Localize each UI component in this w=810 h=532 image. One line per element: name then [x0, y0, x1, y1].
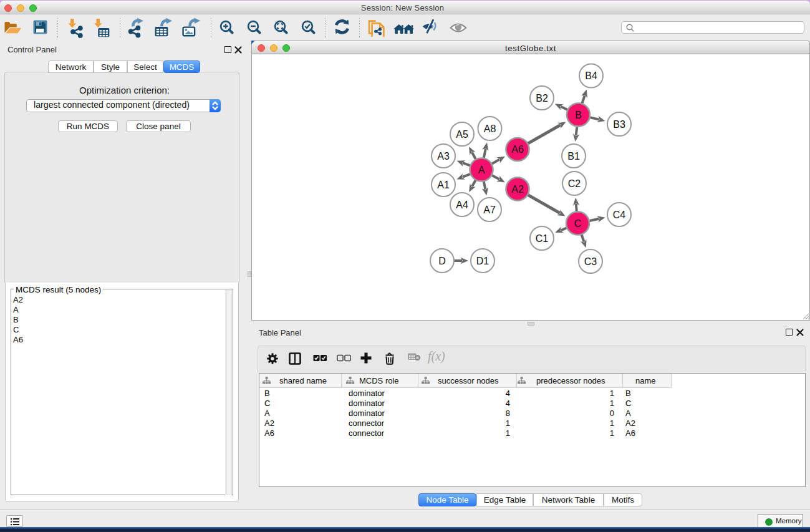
- svg-text:B3: B3: [613, 119, 625, 130]
- svg-text:A6: A6: [511, 144, 524, 155]
- svg-text:B4: B4: [585, 70, 597, 81]
- svg-text:A1: A1: [437, 180, 450, 190]
- svg-text:C4: C4: [613, 210, 626, 220]
- svg-text:D: D: [438, 256, 446, 266]
- svg-text:B: B: [575, 110, 582, 120]
- svg-text:A8: A8: [484, 123, 496, 134]
- svg-text:D1: D1: [476, 256, 489, 266]
- svg-text:A3: A3: [437, 151, 450, 162]
- svg-text:A5: A5: [456, 129, 468, 140]
- svg-text:B2: B2: [536, 93, 548, 104]
- svg-text:C3: C3: [584, 256, 597, 267]
- svg-text:A2: A2: [511, 184, 524, 195]
- svg-text:C1: C1: [536, 233, 549, 244]
- svg-text:C: C: [574, 218, 582, 229]
- svg-text:A: A: [478, 165, 485, 175]
- svg-text:A7: A7: [483, 205, 496, 215]
- svg-text:B1: B1: [567, 151, 580, 162]
- svg-text:A4: A4: [456, 200, 468, 210]
- svg-text:C2: C2: [568, 178, 581, 189]
